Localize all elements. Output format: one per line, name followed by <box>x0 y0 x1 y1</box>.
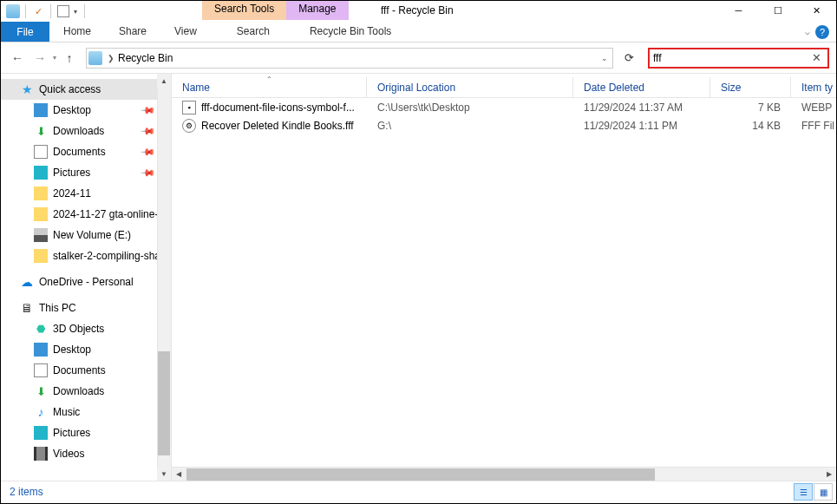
title-bar: ✓ ▾ Search Tools Manage fff - Recycle Bi… <box>1 1 836 22</box>
nav-item-downloads[interactable]: ⬇ Downloads 📌 <box>1 121 171 141</box>
details-view-button[interactable]: ☰ <box>794 483 813 501</box>
scroll-thumb[interactable] <box>158 351 170 455</box>
desktop-icon <box>34 343 48 357</box>
nav-item-pc-pictures[interactable]: Pictures <box>1 422 171 443</box>
column-header-location[interactable]: Original Location <box>367 77 573 97</box>
search-input[interactable] <box>653 52 809 64</box>
column-label: Item ty <box>801 82 833 94</box>
file-size: 14 KB <box>710 120 791 132</box>
address-dropdown-icon[interactable]: ⌄ <box>597 54 612 62</box>
column-label: Size <box>721 82 741 94</box>
navigation-pane: ★ Quick access Desktop 📌 ⬇ Downloads 📌 D… <box>1 74 172 481</box>
navigation-bar: ← → ▾ ↑ ❯ Recycle Bin ⌄ ⟳ ✕ <box>1 43 836 74</box>
view-tab[interactable]: View <box>160 22 211 42</box>
search-tools-context-tab[interactable]: Search Tools <box>202 1 286 20</box>
nav-item-pc-documents[interactable]: Documents <box>1 360 171 381</box>
search-tab[interactable]: Search <box>223 22 284 42</box>
history-dropdown-icon[interactable]: ▾ <box>53 54 56 62</box>
drive-icon <box>34 228 48 242</box>
downloads-icon: ⬇ <box>34 384 48 398</box>
forward-button[interactable]: → <box>30 49 49 68</box>
cube-icon: ⬣ <box>34 322 48 336</box>
scroll-up-icon[interactable]: ▲ <box>157 74 171 88</box>
nav-item-drive[interactable]: New Volume (E:) <box>1 225 171 245</box>
nav-item-pc-videos[interactable]: Videos <box>1 443 171 464</box>
file-row[interactable]: ⚙ Recover Deleted Kindle Books.fff G:\ 1… <box>172 116 836 134</box>
contextual-tab-group: Search Tools Manage <box>202 1 349 20</box>
nav-item-3d-objects[interactable]: ⬣ 3D Objects <box>1 318 171 339</box>
column-header-size[interactable]: Size <box>710 77 791 97</box>
home-tab[interactable]: Home <box>49 22 105 42</box>
refresh-button[interactable]: ⟳ <box>618 48 639 69</box>
quick-access-toolbar: ✓ ▾ <box>1 4 87 18</box>
back-button[interactable]: ← <box>8 49 27 68</box>
column-header-type[interactable]: Item ty <box>791 77 836 97</box>
music-icon: ♪ <box>34 405 48 419</box>
address-text[interactable]: Recycle Bin <box>118 52 173 64</box>
ribbon-tabs: File Home Share View Search Recycle Bin … <box>1 22 836 43</box>
scroll-left-icon[interactable]: ◀ <box>172 468 186 481</box>
nav-item-pc-desktop[interactable]: Desktop <box>1 339 171 360</box>
column-header-name[interactable]: Name ⌃ <box>172 77 367 97</box>
scroll-thumb[interactable] <box>186 468 655 481</box>
nav-item-desktop[interactable]: Desktop 📌 <box>1 100 171 121</box>
pictures-icon <box>34 166 48 180</box>
quick-access-header[interactable]: ★ Quick access <box>1 79 171 100</box>
horizontal-scrollbar[interactable]: ◀ ▶ <box>172 467 836 481</box>
nav-item-documents[interactable]: Documents 📌 <box>1 141 171 162</box>
item-count: 2 items <box>10 486 43 498</box>
address-bar[interactable]: ❯ Recycle Bin ⌄ <box>86 48 613 69</box>
minimize-ribbon-icon[interactable]: ⌵ <box>805 27 810 36</box>
nav-item-pc-downloads[interactable]: ⬇ Downloads <box>1 381 171 402</box>
nav-label: Pictures <box>53 167 90 179</box>
chevron-right-icon[interactable]: ❯ <box>108 54 114 62</box>
up-button[interactable]: ↑ <box>60 49 79 68</box>
nav-label: New Volume (E:) <box>53 229 131 241</box>
nav-label: Desktop <box>53 104 91 116</box>
nav-item-pc-music[interactable]: ♪ Music <box>1 402 171 422</box>
folder-icon <box>34 207 48 221</box>
nav-label: OneDrive - Personal <box>39 276 134 288</box>
scroll-down-icon[interactable]: ▼ <box>157 467 171 481</box>
onedrive-header[interactable]: ☁ OneDrive - Personal <box>1 272 171 292</box>
nav-label: Downloads <box>53 125 104 137</box>
file-icon: ▪ <box>182 101 196 115</box>
separator <box>50 4 51 18</box>
separator <box>25 4 26 18</box>
qat-dropdown-icon[interactable]: ▾ <box>74 8 77 16</box>
properties-icon[interactable]: ✓ <box>31 4 45 18</box>
nav-label: Documents <box>53 364 106 376</box>
nav-item-folder[interactable]: stalker-2-compiling-sha <box>1 245 171 266</box>
window-title: fff - Recycle Bin <box>381 4 454 16</box>
recycle-bin-tools-tab[interactable]: Recycle Bin Tools <box>296 22 406 42</box>
file-date: 11/29/2024 1:11 PM <box>573 120 710 132</box>
manage-context-tab[interactable]: Manage <box>286 1 348 20</box>
nav-item-folder[interactable]: 2024-11 <box>1 183 171 204</box>
scroll-right-icon[interactable]: ▶ <box>822 468 836 481</box>
help-icon[interactable]: ? <box>815 25 829 39</box>
column-label: Name <box>182 82 210 94</box>
file-type: FFF Fil <box>791 120 836 132</box>
column-header-date[interactable]: Date Deleted <box>573 77 710 97</box>
new-folder-icon[interactable] <box>56 4 70 18</box>
nav-scrollbar[interactable]: ▲ ▼ <box>157 74 171 481</box>
content-pane: Name ⌃ Original Location Date Deleted Si… <box>172 74 836 481</box>
recycle-bin-icon[interactable] <box>6 4 20 18</box>
cloud-icon: ☁ <box>20 275 34 289</box>
clear-search-icon[interactable]: ✕ <box>809 51 824 64</box>
maximize-button[interactable]: ☐ <box>758 1 797 20</box>
search-box[interactable]: ✕ <box>648 48 829 69</box>
this-pc-header[interactable]: 🖥 This PC <box>1 298 171 318</box>
thumbnails-view-button[interactable]: ▦ <box>814 483 833 501</box>
minimize-button[interactable]: ─ <box>719 1 758 20</box>
file-location: C:\Users\tk\Desktop <box>367 101 573 114</box>
file-row[interactable]: ▪ fff-document-file-icons-symbol-f... C:… <box>172 98 836 116</box>
file-name: Recover Deleted Kindle Books.fff <box>201 120 354 132</box>
file-type: WEBP <box>791 101 836 114</box>
share-tab[interactable]: Share <box>105 22 160 42</box>
nav-label: This PC <box>39 302 76 314</box>
nav-item-pictures[interactable]: Pictures 📌 <box>1 162 171 183</box>
file-tab[interactable]: File <box>1 22 49 42</box>
nav-item-folder[interactable]: 2024-11-27 gta-online-fi <box>1 204 171 225</box>
close-button[interactable]: ✕ <box>797 1 836 20</box>
